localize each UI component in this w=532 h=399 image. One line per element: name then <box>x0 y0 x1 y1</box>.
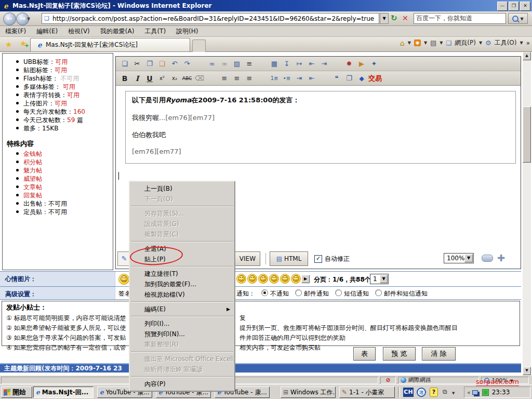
align-center-icon[interactable]: ≡ <box>231 73 243 84</box>
page-menu-button[interactable]: 網頁(P) <box>455 38 476 47</box>
context-menu-item[interactable]: 列印(I)... <box>130 318 234 329</box>
eraser-icon[interactable]: ⌫ <box>194 73 205 84</box>
emoticon-next-page-button[interactable]: ▶ <box>301 275 310 283</box>
preview-button[interactable]: 预 览 <box>383 347 416 361</box>
new-page-icon[interactable]: ❏ <box>119 59 130 69</box>
menu-bar-item[interactable]: 編輯(E) <box>31 27 63 36</box>
separator[interactable] <box>318 73 330 84</box>
clear-button[interactable]: 清 除 <box>422 347 456 361</box>
paste-document-icon[interactable]: ❐ <box>343 73 355 84</box>
scroll-up-icon[interactable]: ▲ <box>523 52 531 60</box>
emoticon-face[interactable]: ☺ <box>118 274 129 285</box>
back-button[interactable]: ← <box>3 12 16 25</box>
separator[interactable] <box>331 59 342 69</box>
tools-menu-button[interactable]: 工具(O) <box>495 38 517 47</box>
window-stack-icon[interactable]: ⧉ <box>443 388 447 397</box>
context-menu-item[interactable]: 複製背景(C) <box>130 229 234 240</box>
unordered-list-icon[interactable]: •≣ <box>281 73 292 84</box>
context-menu-item[interactable] <box>131 301 233 302</box>
thunder-tray-icon[interactable]: 速 <box>417 388 426 397</box>
context-menu-item[interactable]: 上一頁(B) <box>130 183 234 194</box>
taskbar-clock[interactable]: 23:33 <box>492 389 510 396</box>
search-input[interactable] <box>414 14 506 23</box>
browser-tab[interactable]: e Mas.NsJt-回复帖子[索沛CS论坛] <box>30 38 190 51</box>
insert-row-icon[interactable]: ↧ <box>281 59 292 69</box>
context-menu-item[interactable]: 設成背景(G) <box>130 219 234 229</box>
menu-bar-item[interactable]: 檔案(F) <box>0 27 31 36</box>
menu-bar-item[interactable]: 我的最愛(A) <box>95 27 140 36</box>
print-icon[interactable]: ▤ <box>430 39 436 47</box>
hyperlink-icon[interactable]: ∞ <box>206 59 218 69</box>
outdent-icon[interactable]: ⇤ <box>306 73 317 84</box>
zoom-out-button[interactable] <box>482 255 493 262</box>
emoticon-picker-icon[interactable]: ✹ <box>343 59 355 69</box>
subscript-icon[interactable]: x₂ <box>169 73 180 84</box>
paste-icon[interactable]: ❑ <box>156 59 168 69</box>
help-tray-icon[interactable]: ? <box>430 388 438 397</box>
undo-icon[interactable]: ↶ <box>169 59 180 69</box>
superscript-icon[interactable]: x² <box>156 73 168 84</box>
cut-icon[interactable]: ✂ <box>131 59 143 69</box>
tray-dropdown-icon[interactable]: ▼ <box>452 391 455 395</box>
context-menu-item[interactable] <box>131 376 233 377</box>
context-menu-item[interactable] <box>131 316 233 317</box>
context-menu-item[interactable]: 下一頁(O) <box>130 194 234 204</box>
ordered-list-icon[interactable]: 1≣ <box>269 73 280 84</box>
rss-feed-icon[interactable]: ◉ <box>414 39 421 46</box>
emoticon-face[interactable]: ☺ <box>269 274 279 284</box>
taskbar-task-button[interactable]: ✎1-1 - 小畫家 <box>339 387 395 398</box>
insert-quote-icon[interactable]: ❝ <box>331 73 342 84</box>
refresh-button[interactable]: ↻ <box>391 14 397 23</box>
language-indicator[interactable]: CH <box>403 388 414 397</box>
emoticon-face[interactable]: ☺ <box>291 274 301 284</box>
context-menu-item[interactable]: 內容(P) <box>130 379 234 389</box>
horizontal-rule-icon[interactable]: ≡ <box>244 59 255 69</box>
flash-media-icon[interactable]: ▶ <box>356 59 367 69</box>
stop-button[interactable]: ✕ <box>402 14 408 22</box>
scroll-down-icon[interactable]: ▼ <box>523 367 531 375</box>
new-tab-stub[interactable] <box>192 39 206 52</box>
context-menu-item[interactable] <box>131 241 233 242</box>
delete-cell-icon[interactable]: ⇤ <box>306 59 317 69</box>
emoticon-face[interactable]: ☺ <box>236 274 246 284</box>
insert-image-icon[interactable]: ▨ <box>231 59 243 69</box>
status-tray-icon[interactable] <box>482 389 489 396</box>
context-menu-item[interactable]: 加到我的最愛(F)... <box>130 279 234 289</box>
context-menu-item[interactable]: 重新整理(R) <box>130 339 234 350</box>
context-menu-item[interactable]: 預覽列印(N)... <box>130 329 234 339</box>
separator[interactable] <box>206 73 218 84</box>
emoticon-face[interactable]: ☺ <box>258 274 268 284</box>
help-comment-icon[interactable]: ✦ <box>368 59 380 69</box>
submit-button[interactable]: 表 <box>353 347 376 361</box>
zoom-select[interactable]: 100%▼ <box>444 253 474 263</box>
context-menu-item[interactable] <box>131 266 233 267</box>
context-menu-item[interactable]: 編碼(E)▶ <box>130 304 234 314</box>
italic-icon[interactable]: I <box>131 73 143 84</box>
url-input[interactable] <box>51 15 379 23</box>
context-menu-item[interactable] <box>131 206 233 207</box>
remove-link-icon[interactable]: ∞ <box>219 59 230 69</box>
context-menu-item[interactable] <box>131 351 233 352</box>
emoticon-face[interactable]: ☺ <box>280 274 290 284</box>
radio-icon[interactable] <box>295 289 302 296</box>
history-dropdown-icon[interactable]: ▼ <box>27 17 30 21</box>
autocorrect-checkbox[interactable]: ✓ <box>314 255 322 263</box>
notify-radio-option[interactable]: 不通知 <box>255 289 289 298</box>
favorites-star-icon[interactable]: ★ <box>5 40 12 49</box>
insert-column-icon[interactable]: ↦ <box>294 59 305 69</box>
trade-button[interactable]: 交易 <box>368 74 382 83</box>
home-icon[interactable]: ⌂ <box>400 39 405 47</box>
network-tray-icon[interactable] <box>472 390 478 395</box>
redo-icon[interactable]: ↷ <box>181 59 193 69</box>
maximize-button[interactable]: ❐ <box>509 2 519 11</box>
close-button[interactable]: ✕ <box>520 2 530 11</box>
emoticon-face[interactable]: ☺ <box>247 274 257 284</box>
url-dropdown-button[interactable]: ▼ <box>380 13 389 24</box>
minimize-button[interactable]: — <box>497 2 508 11</box>
context-menu-item[interactable]: 另存背景(S)... <box>130 208 234 219</box>
notify-radio-option[interactable]: 邮件和短信通知 <box>369 289 428 298</box>
context-menu-item[interactable]: 妝蚚捋潯洰婥 室壧諺 <box>130 364 234 375</box>
indent-icon[interactable]: ⇥ <box>294 73 305 84</box>
zoom-dropdown-icon[interactable]: ▼ <box>464 254 473 262</box>
strikethrough-icon[interactable]: ABC <box>181 73 193 84</box>
